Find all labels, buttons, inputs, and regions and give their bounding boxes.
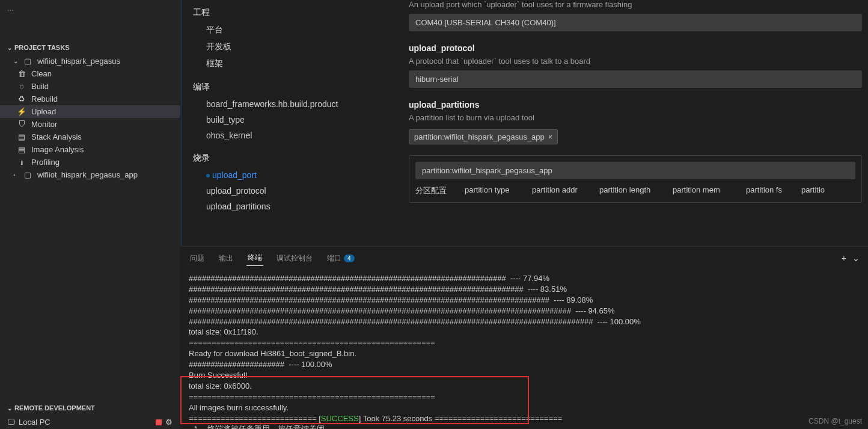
main-area: 工程 平台 开发板 框架 编译 board_frameworks.hb.buil… — [180, 0, 868, 429]
cfg-group-compile: 编译 — [193, 78, 390, 96]
chevron-down-icon: ⌄ — [7, 405, 12, 412]
tab-debug[interactable]: 调试控制台 — [275, 251, 314, 266]
partition-chip[interactable]: partition:wifiiot_hispark_pegasus_app × — [409, 129, 558, 144]
upload-partitions-label: upload_partitions — [409, 100, 862, 110]
file-tab: ... — [0, 0, 180, 16]
th-config: 分区配置 — [415, 185, 457, 196]
new-terminal-icon[interactable]: + — [842, 253, 846, 263]
task-label: Build — [31, 82, 49, 91]
pc-icon: 🖵 — [7, 418, 15, 427]
trash-icon: 🗑 — [17, 69, 26, 78]
cfg-item-platform[interactable]: 平台 — [193, 22, 390, 39]
project-name: wifiiot_hispark_pegasus — [37, 57, 120, 66]
form-area: An upload port which `uploader` tool use… — [391, 0, 868, 246]
th-mem: partition mem — [673, 185, 739, 196]
chart-icon: ⫾ — [17, 158, 26, 167]
upload-protocol-input[interactable] — [409, 70, 862, 88]
th-type: partition type — [465, 185, 525, 196]
task-rebuild[interactable]: ♻Rebuild — [0, 93, 180, 105]
task-clean[interactable]: 🗑Clean — [0, 67, 180, 80]
local-pc-row[interactable]: 🖵 Local PC ⚙ — [0, 415, 180, 429]
tab-terminal[interactable]: 终端 — [246, 250, 263, 266]
remote-dev-header[interactable]: ⌄ REMOTE DEVELOPMENT — [0, 401, 180, 415]
task-label: Clean — [31, 69, 52, 78]
cfg-group-burn: 烧录 — [193, 149, 390, 167]
terminal-tabs: 问题 输出 终端 调试控制台 端口4 + ⌄ — [180, 247, 868, 270]
upload-protocol-desc: A protocol that `uploader` tool uses to … — [409, 57, 862, 66]
ports-badge: 4 — [344, 255, 355, 262]
task-label: Monitor — [31, 120, 57, 129]
list-icon: ▤ — [17, 145, 26, 154]
tab-ports[interactable]: 端口4 — [326, 251, 356, 266]
th-more: partitio — [801, 185, 825, 196]
terminal-output[interactable]: ########################################… — [180, 270, 868, 429]
upload-partitions-desc: A partition list to burn via upload tool — [409, 113, 862, 122]
partition-name-input[interactable] — [415, 162, 855, 179]
project-name-2: wifiiot_hispark_pegasus_app — [37, 170, 138, 179]
tab-output[interactable]: 输出 — [218, 251, 234, 266]
upload-port-input[interactable] — [409, 14, 862, 31]
upload-icon: ⚡ — [17, 107, 26, 116]
terminal-panel: 问题 输出 终端 调试控制台 端口4 + ⌄ #################… — [180, 246, 868, 429]
tab-problems[interactable]: 问题 — [189, 251, 206, 266]
remote-dev-title: REMOTE DEVELOPMENT — [14, 404, 95, 412]
cfg-item-ohos-kernel[interactable]: ohos_kernel — [193, 128, 390, 143]
chip-remove-icon[interactable]: × — [548, 132, 553, 141]
cfg-item-framework[interactable]: 框架 — [193, 55, 390, 72]
cfg-item-upload-protocol[interactable]: upload_protocol — [193, 183, 390, 199]
task-profiling[interactable]: ⫾Profiling — [0, 156, 180, 168]
circle-icon: ○ — [17, 82, 26, 91]
cfg-item-build-product[interactable]: board_frameworks.hb.build.product — [193, 96, 390, 112]
task-stack-analysis[interactable]: ▤Stack Analysis — [0, 131, 180, 143]
partition-chip-label: partition:wifiiot_hispark_pegasus_app — [414, 132, 545, 141]
plug-icon: ⛉ — [17, 120, 26, 129]
task-image-analysis[interactable]: ▤Image Analysis — [0, 143, 180, 156]
gear-icon[interactable]: ⚙ — [165, 418, 173, 427]
chip-icon: ▢ — [23, 57, 32, 66]
task-label: Image Analysis — [31, 145, 84, 154]
cfg-item-upload-partitions[interactable]: upload_partitions — [193, 199, 390, 214]
watermark: CSDN @t_guest — [808, 417, 862, 425]
chevron-down-icon[interactable]: ⌄ — [852, 253, 860, 263]
th-fs: partition fs — [746, 185, 794, 196]
task-label: Rebuild — [31, 94, 58, 103]
upload-port-desc: An upload port which `uploader` tool use… — [409, 0, 862, 9]
chevron-down-icon: ⌄ — [7, 45, 12, 51]
chevron-down-icon: ⌄ — [13, 58, 18, 64]
editor-area: 工程 平台 开发板 框架 编译 board_frameworks.hb.buil… — [180, 0, 868, 246]
recycle-icon: ♻ — [17, 94, 26, 103]
project-row-2[interactable]: › ▢ wifiiot_hispark_pegasus_app — [0, 168, 180, 181]
cfg-item-board[interactable]: 开发板 — [193, 39, 390, 55]
project-row[interactable]: ⌄ ▢ wifiiot_hispark_pegasus — [0, 55, 180, 67]
project-tasks-tree: ⌄ ▢ wifiiot_hispark_pegasus 🗑Clean ○Buil… — [0, 55, 180, 401]
left-sidebar: ... ⌄ PROJECT TASKS ⌄ ▢ wifiiot_hispark_… — [0, 0, 180, 429]
partition-table-head: 分区配置 partition type partition addr parti… — [415, 185, 855, 196]
local-pc-label: Local PC — [19, 418, 50, 427]
partition-table-wrap: 分区配置 partition type partition addr parti… — [409, 155, 862, 203]
upload-protocol-label: upload_protocol — [409, 43, 862, 53]
project-tasks-header[interactable]: ⌄ PROJECT TASKS — [0, 40, 180, 55]
th-length: partition length — [599, 185, 665, 196]
task-monitor[interactable]: ⛉Monitor — [0, 118, 180, 131]
task-label: Upload — [31, 107, 56, 116]
cfg-group-project: 工程 — [193, 4, 390, 22]
task-build[interactable]: ○Build — [0, 80, 180, 93]
list-icon: ▤ — [17, 132, 26, 141]
stop-icon[interactable] — [156, 419, 162, 425]
cfg-item-upload-port[interactable]: upload_port — [193, 167, 390, 183]
config-nav: 工程 平台 开发板 框架 编译 board_frameworks.hb.buil… — [180, 0, 391, 246]
project-tasks-title: PROJECT TASKS — [14, 44, 69, 51]
cfg-item-build-type[interactable]: build_type — [193, 112, 390, 128]
task-label: Stack Analysis — [31, 132, 82, 141]
chevron-right-icon: › — [13, 171, 18, 178]
chip-icon: ▢ — [23, 170, 32, 179]
th-addr: partition addr — [532, 185, 592, 196]
task-label: Profiling — [31, 158, 60, 167]
task-upload[interactable]: ⚡Upload — [0, 105, 180, 118]
